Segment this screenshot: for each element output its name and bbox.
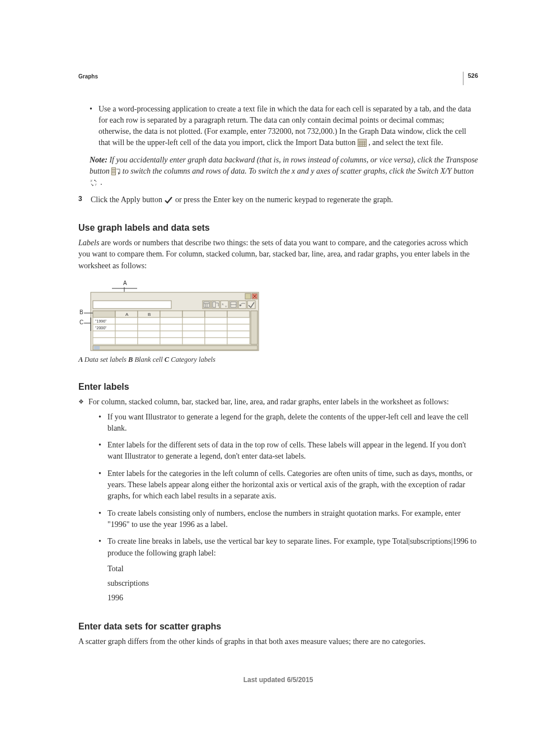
svg-rect-29: [247, 301, 255, 309]
svg-rect-28: [238, 301, 246, 309]
svg-rect-74: [138, 338, 160, 344]
cap-a-bold: A: [78, 356, 85, 363]
labels-term: Labels: [78, 239, 99, 247]
figure-caption: A Data set labels B Blank cell C Categor…: [78, 354, 478, 365]
svg-text:Y: Y: [225, 305, 227, 308]
svg-rect-19: [245, 293, 251, 299]
svg-rect-71: [227, 331, 250, 338]
worksheet-figure: A XY: [78, 279, 478, 352]
inner-bullet-1: If you want Illustrator to generate a le…: [107, 412, 478, 435]
page-number: 526: [463, 72, 478, 85]
svg-rect-23: [93, 301, 171, 309]
apply-check-icon: [164, 196, 173, 204]
svg-rect-59: [115, 324, 138, 331]
inner-bullet-2: Enter labels for the different sets of d…: [107, 440, 478, 463]
note-block: Note: If you accidentally enter graph da…: [78, 155, 478, 189]
svg-text:"2000": "2000": [95, 326, 107, 330]
svg-rect-53: [160, 318, 182, 324]
note-text-b: to switch the columns and rows of data. …: [120, 167, 474, 175]
bullet-import-data: Use a word-processing application to cre…: [99, 104, 478, 149]
svg-rect-66: [115, 331, 138, 338]
svg-rect-48: [227, 311, 250, 318]
svg-rect-47: [205, 311, 227, 318]
top-bullet-list: Use a word-processing application to cre…: [78, 104, 478, 149]
svg-rect-56: [227, 318, 250, 324]
svg-rect-62: [182, 324, 205, 331]
diamond-item: For column, stacked column, bar, stacked…: [88, 396, 478, 604]
svg-rect-69: [182, 331, 205, 338]
note-label: Note:: [90, 156, 109, 164]
switch-xy-icon: XY: [90, 179, 99, 186]
svg-rect-60: [138, 324, 160, 331]
svg-rect-70: [205, 331, 227, 338]
svg-rect-76: [182, 338, 205, 344]
heading-enter-labels: Enter labels: [78, 380, 478, 393]
svg-rect-77: [205, 338, 227, 344]
svg-text:"1996": "1996": [95, 319, 107, 323]
svg-text:Y: Y: [95, 183, 97, 186]
svg-rect-54: [182, 318, 205, 324]
page-number-value: 526: [468, 72, 478, 81]
svg-text:A: A: [125, 312, 129, 317]
svg-marker-14: [92, 185, 93, 186]
svg-rect-64: [227, 324, 250, 331]
note-text-c: .: [99, 178, 102, 186]
svg-rect-51: [115, 318, 138, 324]
svg-marker-15: [94, 180, 95, 181]
inner-bullet-5: To create line breaks in labels, use the…: [107, 536, 478, 604]
fig-label-a: A: [123, 280, 127, 286]
step3-text-b: or press the Enter key on the numeric ke…: [173, 195, 393, 204]
heading-use-labels: Use graph labels and data sets: [78, 221, 478, 234]
transpose-icon: [111, 167, 120, 175]
step-number: 3: [78, 194, 85, 206]
diamond-list: For column, stacked column, bar, stacked…: [78, 396, 478, 604]
cap-b-text: Blank cell: [134, 356, 164, 363]
stack-line-1996: 1996: [107, 592, 478, 604]
svg-text:X: X: [222, 303, 224, 306]
svg-rect-61: [160, 324, 182, 331]
labels-rest: are words or numbers that describe two t…: [78, 239, 470, 270]
svg-rect-65: [93, 331, 115, 338]
bullet-text-part2: , and select the text file.: [368, 138, 443, 147]
inner-bullet-3: Enter labels for the categories in the l…: [107, 468, 478, 502]
svg-rect-63: [205, 324, 227, 331]
cap-a-text: Data set labels: [85, 356, 128, 363]
cap-c-bold: C: [165, 356, 171, 363]
step-3: 3 Click the Apply button or press the En…: [78, 194, 478, 206]
stack-line-subs: subscriptions: [107, 578, 478, 589]
svg-rect-73: [115, 338, 138, 344]
svg-rect-72: [93, 338, 115, 344]
inner-bullet-list: If you want Illustrator to generate a le…: [88, 412, 478, 604]
cap-b-bold: B: [128, 356, 134, 363]
svg-rect-81: [94, 346, 100, 349]
section-header: Graphs: [78, 73, 478, 81]
svg-rect-79: [251, 311, 257, 344]
svg-text:C: C: [79, 319, 83, 325]
svg-rect-45: [160, 311, 182, 318]
svg-rect-78: [227, 338, 250, 344]
svg-rect-80: [93, 346, 257, 350]
footer-updated: Last updated 6/5/2015: [78, 675, 478, 685]
svg-rect-67: [138, 331, 160, 338]
labels-paragraph: Labels are words or numbers that describ…: [78, 237, 478, 272]
diamond-lead: For column, stacked column, bar, stacked…: [88, 398, 449, 406]
svg-rect-75: [160, 338, 182, 344]
svg-rect-68: [160, 331, 182, 338]
svg-text:B: B: [79, 309, 83, 315]
svg-rect-46: [182, 311, 205, 318]
cap-c-text: Category labels: [171, 356, 216, 363]
stack-line-total: Total: [107, 563, 478, 575]
import-data-icon: [358, 139, 367, 147]
heading-scatter: Enter data sets for scatter graphs: [78, 620, 478, 633]
step3-text-a: Click the Apply button: [91, 195, 164, 204]
svg-rect-40: [93, 311, 115, 318]
scatter-paragraph: A scatter graph differs from the other k…: [78, 636, 478, 647]
svg-text:B: B: [148, 312, 151, 317]
inner-bullet-5-text: To create line breaks in labels, use the…: [107, 537, 476, 557]
note-paragraph: Note: If you accidentally enter graph da…: [90, 155, 478, 189]
svg-text:X: X: [90, 179, 93, 183]
svg-rect-52: [138, 318, 160, 324]
svg-rect-55: [205, 318, 227, 324]
inner-bullet-4: To create labels consisting only of numb…: [107, 508, 478, 531]
step-body: Click the Apply button or press the Ente…: [91, 194, 393, 206]
